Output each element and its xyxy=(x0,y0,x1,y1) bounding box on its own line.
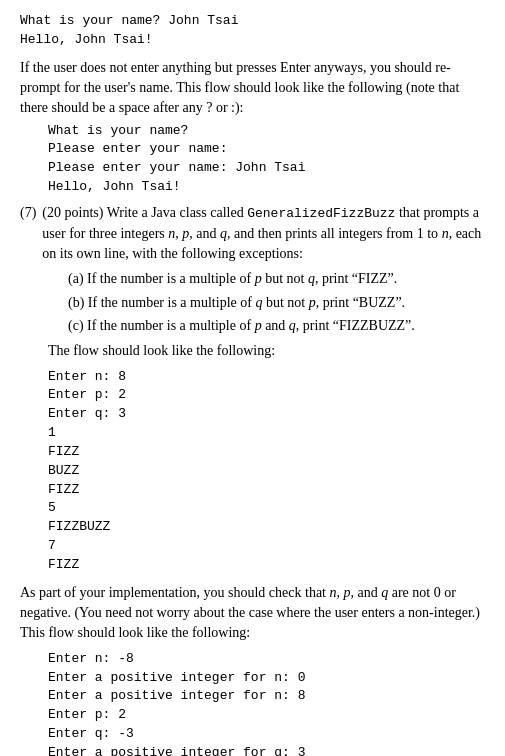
flow-line-5: BUZZ xyxy=(48,462,485,481)
class-name: GeneralizedFizzBuzz xyxy=(247,206,395,221)
problem-7-description: (20 points) Write a Java class called Ge… xyxy=(42,203,485,264)
val-line-1: Enter a positive integer for n: 0 xyxy=(48,669,485,688)
flow-line-3: 1 xyxy=(48,424,485,443)
sub-item-a: (a) If the number is a multiple of p but… xyxy=(68,269,485,289)
reprompt-line-1: What is your name? xyxy=(48,122,485,141)
problem-7-desc1: Write a Java class called xyxy=(107,205,248,220)
validation-para: As part of your implementation, you shou… xyxy=(20,583,485,644)
sub-item-b: (b) If the number is a multiple of q but… xyxy=(68,293,485,313)
flow-line-6: FIZZ xyxy=(48,481,485,500)
validation-code-block: Enter n: -8 Enter a positive integer for… xyxy=(48,650,485,756)
flow-line-1: Enter p: 2 xyxy=(48,386,485,405)
problem-7-section: (7) (20 points) Write a Java class calle… xyxy=(20,203,485,756)
problem-7-number: (7) xyxy=(20,203,36,264)
initial-code-line-2: Hello, John Tsai! xyxy=(20,31,485,50)
reprompt-line-3: Please enter your name: John Tsai xyxy=(48,159,485,178)
val-line-0: Enter n: -8 xyxy=(48,650,485,669)
sub-item-a-label: (a) xyxy=(68,271,87,286)
sub-item-c: (c) If the number is a multiple of p and… xyxy=(68,316,485,336)
flow-line-2: Enter q: 3 xyxy=(48,405,485,424)
flow-line-7: 5 xyxy=(48,499,485,518)
reprompt-code-block: What is your name? Please enter your nam… xyxy=(48,122,485,197)
val-line-2: Enter a positive integer for n: 8 xyxy=(48,687,485,706)
sub-item-a-text: If the number is a multiple of p but not… xyxy=(87,271,397,286)
flow-code-block: Enter n: 8 Enter p: 2 Enter q: 3 1 FIZZ … xyxy=(48,368,485,575)
flow-label: The flow should look like the following: xyxy=(48,341,485,361)
sub-item-b-label: (b) xyxy=(68,295,88,310)
val-line-4: Enter q: -3 xyxy=(48,725,485,744)
reprompt-intro-text: If the user does not enter anything but … xyxy=(20,58,485,119)
sub-item-c-text: If the number is a multiple of p and q, … xyxy=(87,318,415,333)
flow-line-10: FIZZ xyxy=(48,556,485,575)
reprompt-line-4: Hello, John Tsai! xyxy=(48,178,485,197)
problem-7-header: (7) (20 points) Write a Java class calle… xyxy=(20,203,485,264)
flow-line-9: 7 xyxy=(48,537,485,556)
problem-7-points: (20 points) xyxy=(42,205,103,220)
initial-code-line-1: What is your name? John Tsai xyxy=(20,12,485,31)
sub-item-b-text: If the number is a multiple of q but not… xyxy=(88,295,405,310)
initial-code-section: What is your name? John Tsai Hello, John… xyxy=(20,12,485,50)
val-line-5: Enter a positive integer for q: 3 xyxy=(48,744,485,756)
val-line-3: Enter p: 2 xyxy=(48,706,485,725)
validation-intro: As part of your implementation, you shou… xyxy=(20,585,480,641)
flow-line-8: FIZZBUZZ xyxy=(48,518,485,537)
reprompt-line-2: Please enter your name: xyxy=(48,140,485,159)
flow-line-0: Enter n: 8 xyxy=(48,368,485,387)
reprompt-section: If the user does not enter anything but … xyxy=(20,58,485,197)
flow-line-4: FIZZ xyxy=(48,443,485,462)
sub-item-c-label: (c) xyxy=(68,318,87,333)
